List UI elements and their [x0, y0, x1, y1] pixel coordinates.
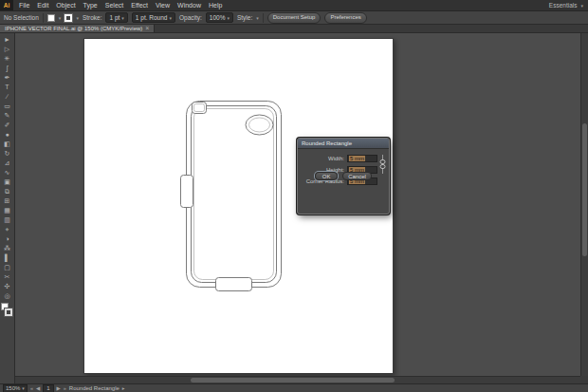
menu-window[interactable]: Window — [174, 0, 205, 10]
menu-type[interactable]: Type — [80, 0, 101, 10]
canvas-area[interactable]: Rounded Rectangle Width: 5 mm Height: 5 … — [15, 33, 580, 376]
zoom-level-field[interactable]: 150% ▾ — [3, 384, 28, 392]
cancel-button[interactable]: Cancel — [342, 172, 372, 180]
rounded-rectangle-dialog: Rounded Rectangle Width: 5 mm Height: 5 … — [297, 138, 390, 215]
selection-tool[interactable]: ► — [2, 35, 13, 45]
brush-definition-field[interactable]: 1 pt. Round ▾ — [132, 12, 175, 23]
menu-effect[interactable]: Effect — [127, 0, 152, 10]
width-value: 5 mm — [349, 156, 365, 161]
document-tab-bar: IPHONE VECTOR FINAL.ai @ 150% (CMYK/Prev… — [0, 25, 588, 33]
lasso-tool[interactable]: ʃ — [2, 64, 13, 73]
style-label: Style: — [237, 14, 252, 21]
selection-status-label: No Selection — [4, 14, 39, 21]
free-transform-tool[interactable]: ▣ — [2, 177, 13, 187]
toolbar-stroke-swatch[interactable] — [5, 308, 12, 316]
stroke-label: Stroke: — [83, 14, 102, 21]
artboard-number-field[interactable]: 1 — [43, 384, 53, 392]
stroke-weight-field[interactable]: 1 pt ▾ — [105, 12, 127, 23]
width-tool[interactable]: ∿ — [2, 168, 13, 177]
zoom-tool[interactable]: ◎ — [2, 291, 13, 301]
slice-tool[interactable]: ✂ — [2, 272, 13, 282]
last-artboard-icon[interactable]: » — [64, 385, 66, 391]
chevron-down-icon: ▾ — [169, 14, 172, 22]
paintbrush-tool[interactable]: ✎ — [2, 111, 13, 121]
pencil-tool[interactable]: ✐ — [2, 121, 13, 130]
control-bar: No Selection ▾ ▾ Stroke: 1 pt ▾ 1 pt. Ro… — [0, 11, 588, 25]
line-tool[interactable]: ∕ — [2, 92, 13, 102]
dialog-title[interactable]: Rounded Rectangle — [298, 139, 389, 149]
rotate-tool[interactable]: ↻ — [2, 149, 13, 159]
type-tool[interactable]: T — [2, 83, 13, 92]
width-input[interactable]: 5 mm — [347, 155, 377, 162]
app-logo-icon: Ai — [0, 0, 13, 10]
previous-artboard-icon[interactable]: ◀ — [36, 385, 40, 391]
workspace-switcher[interactable]: Essentials — [549, 2, 578, 9]
vertical-scrollbar-thumb[interactable] — [582, 123, 587, 256]
mesh-tool[interactable]: ▦ — [2, 206, 13, 215]
rectangle-tool[interactable]: ▭ — [2, 102, 13, 111]
separator — [263, 13, 264, 23]
fill-color-swatch[interactable] — [47, 14, 55, 22]
menu-view[interactable]: View — [152, 0, 174, 10]
menu-edit[interactable]: Edit — [33, 0, 52, 10]
shape-builder-tool[interactable]: ⧉ — [2, 187, 13, 196]
horizontal-scrollbar[interactable] — [15, 376, 580, 383]
separator — [43, 13, 44, 23]
fill-stroke-swatches[interactable] — [1, 303, 13, 317]
symbol-sprayer-tool[interactable]: ⁂ — [2, 244, 13, 253]
perspective-grid-tool[interactable]: ⊞ — [2, 196, 13, 206]
pen-tool[interactable]: ✒ — [2, 73, 13, 83]
opacity-field[interactable]: 100% ▾ — [206, 12, 233, 23]
status-tool-label: Rounded Rectangle — [69, 385, 119, 391]
document-tab-title: IPHONE VECTOR FINAL.ai @ 150% (CMYK/Prev… — [5, 26, 142, 31]
preferences-button[interactable]: Preferences — [324, 12, 366, 24]
hand-tool[interactable]: ✣ — [2, 282, 13, 291]
gradient-tool[interactable]: ▥ — [2, 215, 13, 225]
column-graph-tool[interactable]: ▌ — [2, 253, 13, 263]
document-setup-button[interactable]: Document Setup — [267, 12, 322, 24]
menu-help[interactable]: Help — [205, 0, 226, 10]
chevron-down-icon: ▾ — [121, 14, 124, 22]
chevron-down-icon[interactable]: ▾ — [256, 15, 259, 21]
document-tab[interactable]: IPHONE VECTOR FINAL.ai @ 150% (CMYK/Prev… — [0, 25, 155, 32]
stroke-color-swatch[interactable] — [64, 14, 72, 22]
eraser-tool[interactable]: ◧ — [2, 140, 13, 149]
scale-tool[interactable]: ⊿ — [2, 159, 13, 168]
chevron-down-icon[interactable]: ▾ — [76, 15, 79, 21]
stroke-weight-value: 1 pt — [109, 14, 119, 22]
status-bar: 150% ▾ « ◀ 1 ▶ » Rounded Rectangle ▸ — [0, 383, 588, 392]
ok-button[interactable]: OK — [315, 172, 338, 180]
chevron-down-icon: ▾ — [227, 14, 230, 22]
menu-object[interactable]: Object — [52, 0, 79, 10]
magic-wand-tool[interactable]: ✳ — [2, 54, 13, 64]
horizontal-scrollbar-thumb[interactable] — [191, 378, 395, 383]
menu-select[interactable]: Select — [101, 0, 127, 10]
status-flyout-icon[interactable]: ▸ — [122, 385, 125, 391]
menu-bar: Ai File Edit Object Type Select Effect V… — [0, 0, 588, 11]
blend-tool[interactable]: ◑ — [2, 234, 13, 244]
zoom-level-value: 150% — [6, 385, 20, 391]
direct-selection-tool[interactable]: ▷ — [2, 45, 13, 54]
close-icon[interactable]: × — [145, 26, 149, 31]
chevron-down-icon[interactable]: ▾ — [59, 15, 62, 21]
eyedropper-tool[interactable]: ⌖ — [2, 225, 13, 234]
chevron-down-icon: ▾ — [22, 385, 25, 391]
blob-brush-tool[interactable]: ● — [2, 130, 13, 140]
vertical-scrollbar[interactable] — [580, 33, 588, 376]
chevron-down-icon: ▾ — [580, 3, 583, 9]
opacity-label: Opacity: — [179, 14, 202, 21]
link-dimensions-icon[interactable] — [379, 155, 386, 174]
tools-panel: ► ▷ ✳ ʃ ✒ T ∕ ▭ ✎ ✐ ● ◧ ↻ ⊿ ∿ ▣ ⧉ ⊞ ▦ ▥ … — [0, 33, 15, 383]
illustrator-window: { "icons": { "chevron_down": "▾", "close… — [0, 0, 588, 392]
next-artboard-icon[interactable]: ▶ — [57, 385, 61, 391]
brush-definition-value: 1 pt. Round — [136, 14, 168, 22]
opacity-value: 100% — [210, 14, 226, 22]
artboard-tool[interactable]: ▢ — [2, 263, 13, 272]
menu-file[interactable]: File — [15, 0, 33, 10]
first-artboard-icon[interactable]: « — [30, 385, 33, 391]
width-label: Width: — [328, 156, 344, 161]
